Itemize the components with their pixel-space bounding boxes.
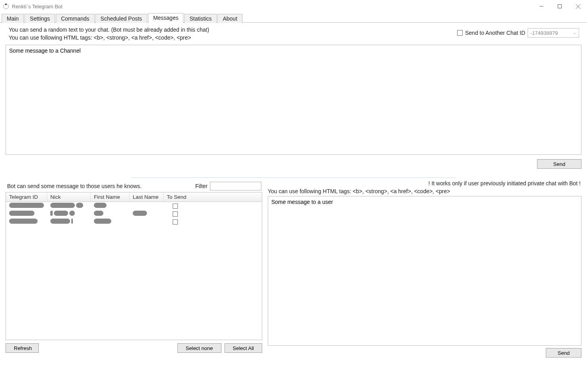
table-row[interactable] <box>6 218 262 226</box>
private-chat-notice: ! It works only if user previously initi… <box>268 179 581 186</box>
close-button[interactable] <box>569 0 587 13</box>
tab-bar: MainSettingsCommandsScheduled PostsMessa… <box>0 13 587 23</box>
select-none-button[interactable]: Select none <box>177 343 221 353</box>
channel-message-textarea[interactable] <box>6 45 581 155</box>
tab-messages[interactable]: Messages <box>148 13 184 23</box>
col-nick[interactable]: Nick <box>47 192 91 202</box>
to-send-checkbox[interactable] <box>173 219 178 225</box>
chat-id-value: -174938979 <box>530 30 558 36</box>
divider <box>131 177 456 178</box>
chat-id-combo[interactable]: -174938979 ⌄ <box>528 28 579 38</box>
to-send-checkbox[interactable] <box>173 211 178 217</box>
svg-rect-1 <box>558 5 562 8</box>
tab-statistics[interactable]: Statistics <box>184 14 217 23</box>
col-last-name[interactable]: Last Name <box>130 192 164 202</box>
filter-input[interactable] <box>210 182 261 190</box>
table-row[interactable] <box>6 202 262 210</box>
chevron-down-icon: ⌄ <box>573 31 576 35</box>
select-all-button[interactable]: Select All <box>225 343 262 353</box>
refresh-button[interactable]: Refresh <box>6 343 39 353</box>
send-another-label: Send to Another Chat ID <box>465 30 525 36</box>
app-icon <box>3 4 9 9</box>
filter-label: Filter <box>195 183 208 189</box>
users-table: Telegram ID Nick First Name Last Name To… <box>6 192 262 340</box>
minimize-button[interactable] <box>532 0 551 13</box>
info-line-1: You can send a random text to your chat.… <box>9 26 209 34</box>
send-another-checkbox[interactable] <box>457 30 463 36</box>
to-send-checkbox[interactable] <box>173 204 178 209</box>
window-controls <box>532 0 587 13</box>
table-header: Telegram ID Nick First Name Last Name To… <box>6 192 262 202</box>
tags-info-user: You can use following HTML tags: <b>, <s… <box>268 186 581 194</box>
col-telegram-id[interactable]: Telegram ID <box>6 192 47 202</box>
tab-commands[interactable]: Commands <box>56 14 95 23</box>
info-line-2: You can use following HTML tags: <b>, <s… <box>9 34 209 42</box>
col-first-name[interactable]: First Name <box>91 192 130 202</box>
tab-main[interactable]: Main <box>2 14 24 23</box>
tab-about[interactable]: About <box>217 14 242 23</box>
maximize-button[interactable] <box>551 0 569 13</box>
table-row[interactable] <box>6 210 262 218</box>
tab-scheduled-posts[interactable]: Scheduled Posts <box>95 14 147 23</box>
titlebar: Renkti`s Telegram Bot <box>0 0 587 13</box>
window-title: Renkti`s Telegram Bot <box>12 4 63 10</box>
send-user-button[interactable]: Send <box>546 348 581 358</box>
user-message-textarea[interactable] <box>268 196 581 346</box>
send-channel-button[interactable]: Send <box>537 159 581 169</box>
tab-settings[interactable]: Settings <box>25 14 55 23</box>
col-to-send[interactable]: To Send <box>164 192 187 202</box>
users-info: Bot can send some message to those users… <box>7 183 141 189</box>
info-text: You can send a random text to your chat.… <box>6 26 209 42</box>
